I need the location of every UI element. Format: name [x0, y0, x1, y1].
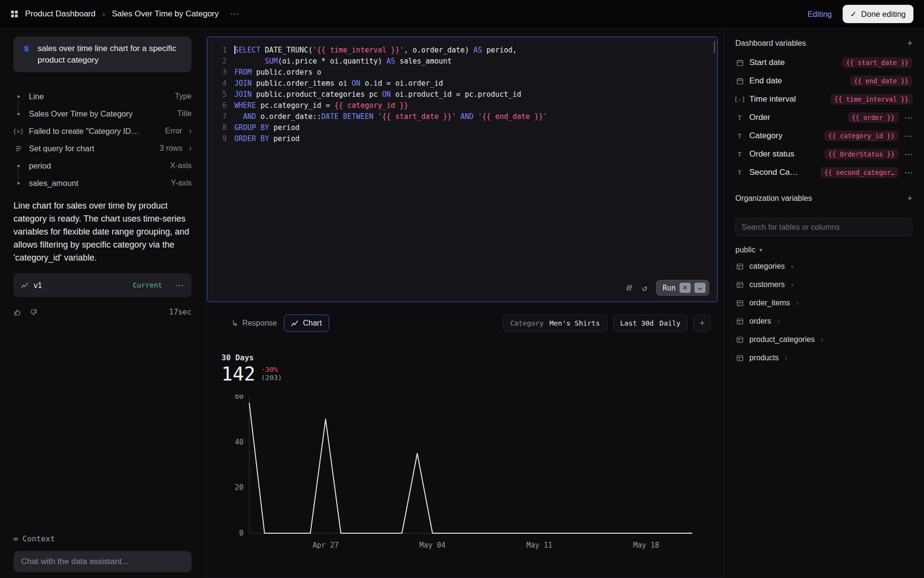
add-organization-variable-button[interactable]: + [907, 193, 912, 204]
tab-chart[interactable]: Chart [284, 315, 329, 332]
variable-pill[interactable]: {{ start_date }} [842, 57, 912, 68]
code-line: 6WHERE pc.category_id = {{ category_id }… [211, 100, 712, 111]
category-filter-value: Men's Shirts [550, 319, 600, 327]
variable-order-status[interactable]: T Order status {{ OrderStatus }} ⋯ [735, 145, 912, 163]
step-row-query[interactable]: Set query for chart 3 rows › [13, 140, 192, 157]
add-dashboard-variable-button[interactable]: + [907, 38, 912, 49]
assistant-summary: Line chart for sales over time by produc… [13, 199, 192, 264]
step-label: Line [29, 92, 44, 101]
user-prompt-card: S sales over time line chart for a speci… [13, 37, 192, 72]
variable-pill[interactable]: {{ second_categor… [821, 167, 898, 178]
table-row-order-items[interactable]: order_items › [735, 294, 912, 312]
cmd-key-icon: ⌘ [680, 283, 691, 293]
date-range-filter-pill[interactable]: Last 30d Daily [613, 315, 688, 332]
timeline-connector [18, 169, 18, 181]
sliders-icon[interactable] [625, 284, 633, 292]
schema-name: public [735, 246, 756, 254]
version-card[interactable]: v1 Current ⋯ [13, 273, 192, 297]
variable-pill[interactable]: {{ order }} [848, 112, 898, 123]
editing-status: Editing [808, 10, 832, 19]
history-icon[interactable]: ↺ [642, 284, 647, 292]
add-filter-button[interactable]: + [693, 315, 711, 332]
svg-text:40: 40 [235, 438, 244, 447]
breadcrumb-root[interactable]: Product Dashboard [25, 9, 95, 19]
table-row-product-categories[interactable]: product_categories › [735, 330, 912, 349]
variable-more-button[interactable]: ⋯ [904, 113, 912, 123]
table-name: customers [749, 280, 785, 289]
run-button[interactable]: Run ⌘ ↵ [656, 280, 709, 296]
text-type-icon: T [735, 114, 744, 121]
svg-text:Apr 27: Apr 27 [313, 541, 339, 550]
chart-change-percent: -30% [261, 366, 282, 373]
table-search-input[interactable] [735, 218, 912, 236]
code-line: 2 SUM(oi.price * oi.quantity) AS sales_a… [211, 56, 712, 67]
svg-text:May 04: May 04 [420, 541, 446, 550]
variable-time-interval[interactable]: [-] Time interval {{ time_interval }} [735, 90, 912, 108]
app-grid-icon[interactable] [11, 10, 18, 18]
step-row-error[interactable]: {×} Failed to create "Category ID… Error… [13, 122, 192, 140]
tab-chart-label: Chart [303, 319, 321, 328]
editor-scrollbar[interactable] [714, 41, 715, 53]
variable-second-category[interactable]: T Second Ca… {{ second_categor… ⋯ [735, 163, 912, 182]
variable-pill[interactable]: {{ category_id }} [824, 131, 898, 141]
thumbs-down-button[interactable] [29, 308, 38, 316]
table-name: product_categories [749, 335, 815, 344]
step-row-type: Line Type [13, 88, 192, 105]
svg-text:20: 20 [235, 483, 244, 492]
dot-icon [13, 113, 23, 115]
table-row-categories[interactable]: categories › [735, 257, 912, 276]
breadcrumb-current[interactable]: Sales Over Time by Category [112, 9, 218, 19]
variable-category[interactable]: T Category {{ category_id }} ⋯ [735, 127, 912, 145]
chevron-down-icon: ▾ [759, 247, 762, 253]
code-line: 7 AND o.order_date::DATE BETWEEN '{{ sta… [211, 111, 712, 122]
table-row-orders[interactable]: orders › [735, 312, 912, 330]
variable-end-date[interactable]: End date {{ end_date }} [735, 72, 912, 90]
version-status-badge: Current [133, 281, 162, 289]
variable-more-button[interactable]: ⋯ [904, 168, 912, 178]
run-label: Run [663, 284, 676, 292]
variable-order[interactable]: T Order {{ order }} ⋯ [735, 108, 912, 127]
table-name: categories [749, 262, 785, 271]
text-type-icon: T [735, 132, 744, 140]
page-more-button[interactable]: ⋯ [231, 9, 240, 19]
assistant-avatar-icon: S [21, 44, 32, 54]
variable-label: Order [749, 113, 770, 122]
tab-response[interactable]: ↳ Response [224, 315, 284, 332]
variable-more-button[interactable]: ⋯ [904, 149, 912, 159]
done-editing-button[interactable]: ✓ Done editing [843, 5, 913, 23]
variable-label: Second Ca… [749, 168, 798, 177]
category-filter-pill[interactable]: Category Men's Shirts [503, 315, 607, 332]
table-row-customers[interactable]: customers › [735, 276, 912, 294]
topbar: Product Dashboard › Sales Over Time by C… [0, 0, 924, 28]
variable-label: Start date [749, 58, 785, 67]
version-more-button[interactable]: ⋯ [175, 280, 184, 290]
user-prompt-text: sales over time line chart for a specifi… [38, 43, 184, 66]
step-label: sales_amount [29, 179, 78, 188]
done-editing-label: Done editing [861, 10, 906, 19]
variable-label: End date [749, 76, 782, 86]
table-icon [735, 300, 744, 307]
context-label: Context [23, 534, 55, 543]
variable-pill[interactable]: {{ OrderStatus }} [824, 149, 898, 159]
thumbs-up-button[interactable] [13, 308, 22, 316]
dashboard-variables-header: Dashboard variables + [735, 38, 912, 49]
code-lines: 1SELECT DATE_TRUNC('{{ time_interval }}'… [211, 45, 712, 144]
step-label: period [29, 161, 51, 171]
code-line: 5JOIN public.product_categories pc ON oi… [211, 89, 712, 100]
variable-start-date[interactable]: Start date {{ start_date }} [735, 53, 912, 72]
table-row-products[interactable]: products › [735, 349, 912, 367]
context-button[interactable]: ∞ Context [13, 534, 192, 543]
code-line: 1SELECT DATE_TRUNC('{{ time_interval }}'… [211, 45, 712, 56]
step-row-xaxis: period X-axis [13, 157, 192, 174]
variable-more-button[interactable]: ⋯ [904, 131, 912, 141]
schema-public-row[interactable]: public ▾ [735, 246, 912, 254]
dot-icon [13, 95, 23, 98]
table-icon [735, 281, 744, 289]
variable-pill[interactable]: {{ time_interval }} [831, 94, 912, 105]
step-meta: Type [175, 92, 192, 101]
chat-input[interactable] [13, 551, 192, 572]
sql-editor[interactable]: 1SELECT DATE_TRUNC('{{ time_interval }}'… [207, 37, 718, 302]
chevron-right-icon: › [791, 281, 794, 289]
variable-pill[interactable]: {{ end_date }} [850, 76, 912, 86]
generation-duration: 17sec [169, 308, 192, 316]
